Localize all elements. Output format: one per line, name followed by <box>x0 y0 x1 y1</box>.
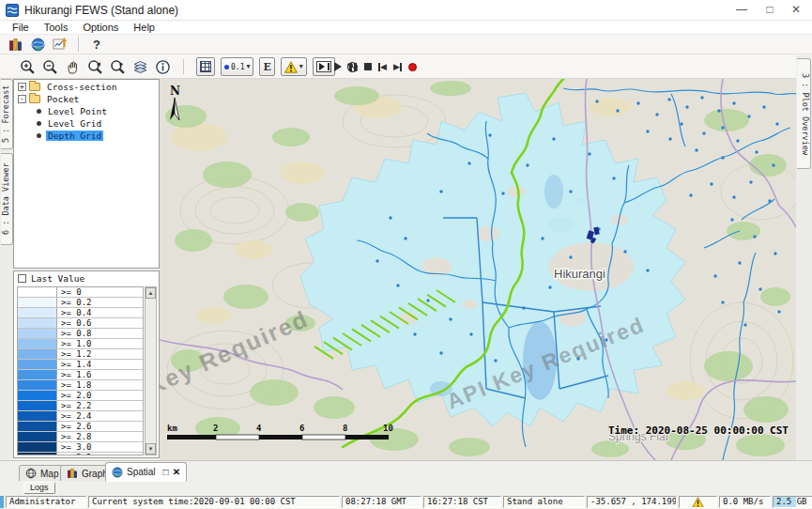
tab-data-viewer[interactable]: 6 : Data Viewer <box>1 153 13 245</box>
step-backward-button[interactable]: ◀ <box>378 63 387 71</box>
classification-label: E <box>263 61 270 73</box>
scroll-up-icon[interactable]: ▲ <box>146 287 156 299</box>
grid-icon <box>200 61 211 72</box>
scroll-down-icon[interactable]: ▼ <box>146 443 156 455</box>
minimize-button[interactable]: — <box>728 0 756 20</box>
legend-color-swatch <box>18 411 57 421</box>
legend-value-label: >= 1.0 <box>57 339 92 348</box>
stop-button[interactable] <box>364 63 372 70</box>
close-button[interactable]: ✕ <box>782 0 810 20</box>
status-user: Administrator <box>6 496 86 508</box>
menu-item-tools[interactable]: Tools <box>38 21 75 35</box>
legend-color-swatch <box>18 422 57 431</box>
tree-item-pocket[interactable]: Pocket <box>45 94 81 104</box>
tree-row[interactable]: Level Point <box>14 105 159 116</box>
menu-item-help[interactable]: Help <box>127 21 161 35</box>
expand-icon[interactable]: + <box>18 83 26 91</box>
town-label: Hikurangi <box>554 267 605 281</box>
legend-row: >= 2.2 <box>18 401 143 411</box>
tab-graph-label: Graph <box>82 469 108 479</box>
last-value-checkbox[interactable] <box>18 274 26 283</box>
legend-value-label: >= 2.4 <box>57 411 92 421</box>
zoom-next-button[interactable] <box>109 58 126 75</box>
legend-header: Last Value <box>14 271 159 285</box>
legend-value-label: >= 0.2 <box>57 298 92 307</box>
database-display-button[interactable] <box>4 36 26 54</box>
bullet-icon <box>37 133 41 138</box>
warning-dropdown[interactable]: ▾ <box>281 57 307 76</box>
tab-map[interactable]: Map <box>19 465 65 482</box>
zoom-out-button[interactable] <box>41 58 58 75</box>
info-button[interactable] <box>154 58 171 75</box>
status-memory: 2.5 GB <box>773 496 812 508</box>
legend-color-swatch <box>18 453 57 455</box>
restore-tab-icon[interactable]: □ <box>163 468 169 477</box>
logs-button[interactable]: Logs <box>23 482 55 494</box>
scale-unit-label: km <box>167 424 177 433</box>
legend-value-label: >= 2.2 <box>57 401 92 410</box>
record-button[interactable] <box>408 63 417 71</box>
classification-button[interactable]: E <box>259 57 274 76</box>
legend-color-swatch <box>18 432 57 441</box>
tab-plot-overview[interactable]: 3 : Plot Overview <box>797 58 811 169</box>
tree-item-level-grid[interactable]: Level Grid <box>46 118 103 129</box>
legend-scrollbar[interactable]: ▲ ▼ <box>145 286 157 455</box>
pause-button[interactable] <box>348 63 358 71</box>
maximize-button[interactable]: □ <box>756 0 784 20</box>
map-canvas[interactable]: API Key Required API Key Required Hikura… <box>160 79 796 460</box>
legend-title: Last Value <box>31 273 84 284</box>
legend-value-label: >= 3.0 <box>57 442 92 452</box>
window-title: Hikurangi FEWS (Stand alone) <box>24 4 178 17</box>
warning-icon <box>284 61 298 73</box>
folder-icon <box>29 95 40 103</box>
status-mode: Stand alone <box>503 496 585 508</box>
close-tab-icon[interactable]: ✕ <box>173 468 180 477</box>
threshold-dropdown[interactable]: 0.1 ▾ <box>221 57 253 76</box>
spatial-display-button[interactable] <box>26 36 49 54</box>
legend-color-swatch <box>18 287 57 297</box>
legend-color-swatch <box>18 349 57 359</box>
legend-row: >= 3.0 <box>18 442 143 453</box>
legend-row: >= 1.0 <box>18 339 143 349</box>
tree-item-cross-section[interactable]: Cross-section <box>45 82 118 92</box>
map-toolbar: 0.1 ▾ E ▾ ◀ ▶ <box>0 54 812 79</box>
tree-row[interactable]: + Cross-section <box>14 81 159 92</box>
zoom-previous-button[interactable] <box>86 58 103 75</box>
tree-row[interactable]: Depth Grid <box>14 130 159 141</box>
menu-item-options[interactable]: Options <box>76 21 125 35</box>
tree-item-depth-grid[interactable]: Depth Grid <box>46 131 103 141</box>
step-forward-button[interactable]: ▶ <box>393 63 402 71</box>
map-panel: API Key Required API Key Required Hikura… <box>160 79 796 460</box>
application-window: Hikurangi FEWS (Stand alone) — □ ✕ File … <box>0 0 812 509</box>
help-button[interactable]: ? <box>85 36 108 54</box>
grid-toggle-button[interactable] <box>196 57 215 76</box>
menu-item-file[interactable]: File <box>6 21 36 35</box>
legend-color-swatch <box>18 318 57 328</box>
tree-row[interactable]: - Pocket <box>14 93 159 104</box>
logs-bar: Logs <box>0 481 812 495</box>
legend-color-swatch <box>18 360 57 369</box>
scale-tick-label: 8 <box>343 424 347 433</box>
bullet-icon <box>37 109 41 114</box>
legend-row: >= 0.4 <box>18 308 143 318</box>
export-animation-button[interactable] <box>313 57 335 76</box>
legend-color-swatch <box>18 329 57 338</box>
tab-spatial[interactable]: Spatial □ ✕ <box>105 462 187 482</box>
tree-row[interactable]: Level Grid <box>14 117 159 129</box>
legend-row: >= 2.4 <box>18 411 143 422</box>
legend-value-label: >= 1.8 <box>57 380 92 390</box>
layers-button[interactable] <box>131 58 148 75</box>
legend-row: >= 2.0 <box>18 391 143 401</box>
status-warning-cell <box>679 496 717 508</box>
legend-value-label: >= 1.4 <box>57 360 92 369</box>
legend-color-swatch <box>18 380 57 390</box>
play-button[interactable] <box>334 62 342 71</box>
tab-forecasts[interactable]: 5 : Forecast <box>1 79 13 149</box>
status-coordinates: -35.657 , 174.199 <box>587 496 677 508</box>
legend-value-label: >= 0.4 <box>57 308 92 317</box>
pan-button[interactable] <box>64 58 81 75</box>
tree-item-level-point[interactable]: Level Point <box>46 106 109 116</box>
timeseries-display-button[interactable] <box>49 36 71 54</box>
collapse-icon[interactable]: - <box>18 95 26 103</box>
zoom-in-button[interactable] <box>19 58 36 75</box>
